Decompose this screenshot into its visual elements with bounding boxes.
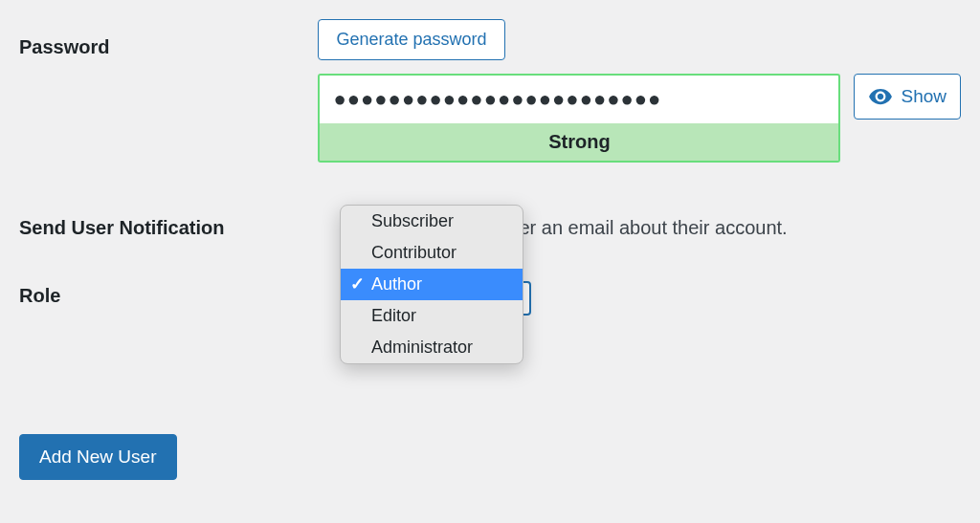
show-password-button[interactable]: Show [854, 74, 961, 120]
add-new-user-button[interactable]: Add New User [19, 434, 177, 480]
role-option-contributor[interactable]: Contributor [341, 237, 523, 269]
role-option-author[interactable]: Author [341, 269, 523, 300]
password-input[interactable] [318, 74, 840, 123]
show-password-label: Show [901, 86, 947, 107]
role-dropdown[interactable]: Subscriber Contributor Author Editor Adm… [340, 205, 523, 364]
role-label: Role [19, 272, 340, 307]
notification-label: Send User Notification [19, 217, 340, 239]
password-strength-meter: Strong [318, 123, 840, 163]
role-option-subscriber[interactable]: Subscriber [341, 206, 523, 237]
role-option-administrator[interactable]: Administrator [341, 332, 523, 363]
eye-icon [868, 84, 893, 109]
role-option-editor[interactable]: Editor [341, 300, 523, 332]
generate-password-button[interactable]: Generate password [318, 19, 504, 60]
password-label: Password [19, 19, 318, 58]
